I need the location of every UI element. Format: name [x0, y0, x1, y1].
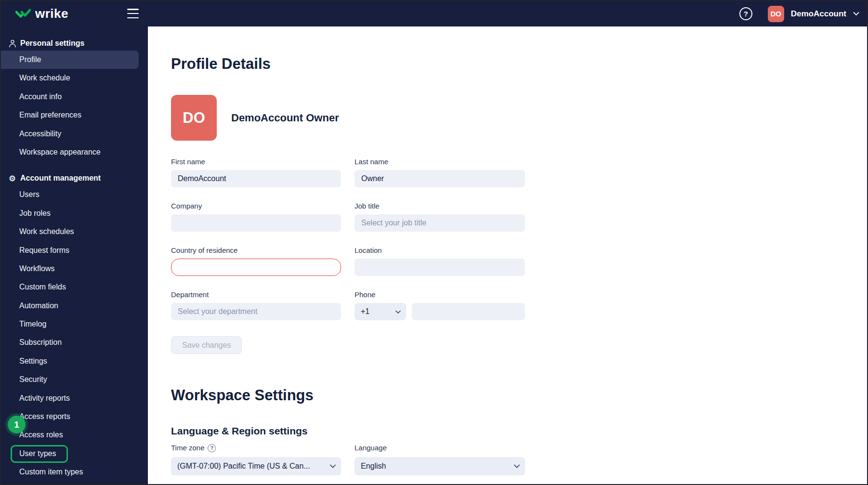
sidebar-item-automation[interactable]: Automation — [1, 297, 148, 315]
timezone-select[interactable]: (GMT-07:00) Pacific Time (US & Can... — [171, 457, 341, 475]
last-name-label: Last name — [355, 157, 525, 166]
company-field[interactable] — [171, 214, 341, 232]
sidebar-item-settings[interactable]: Settings — [1, 352, 148, 370]
section-title: Account management — [20, 174, 101, 183]
settings-sidebar: Personal settings Profile Work schedule … — [1, 26, 148, 484]
timezone-value: (GMT-07:00) Pacific Time (US & Can... — [177, 462, 310, 471]
timezone-help-icon[interactable]: ? — [208, 444, 216, 452]
sidebar-item-users[interactable]: Users — [1, 185, 148, 204]
sidebar-item-timelog[interactable]: Timelog — [1, 315, 148, 333]
language-region-form: Time zone ? (GMT-07:00) Pacific Time (US… — [171, 444, 848, 475]
sidebar-item-workflows[interactable]: Workflows — [1, 260, 148, 278]
topbar: wrike ? DO DemoAccount — [1, 1, 867, 26]
sidebar-item-work-schedule[interactable]: Work schedule — [1, 69, 148, 87]
profile-header: DO DemoAccount Owner — [171, 95, 848, 141]
sidebar-item-work-schedules[interactable]: Work schedules — [1, 223, 148, 241]
language-label: Language — [355, 444, 387, 452]
company-label: Company — [171, 202, 341, 210]
save-changes-button[interactable]: Save changes — [171, 336, 242, 354]
chevron-down-icon — [330, 464, 336, 468]
account-name[interactable]: DemoAccount — [791, 9, 846, 19]
chevron-down-icon[interactable] — [853, 12, 859, 16]
job-title-group: Job title — [355, 202, 525, 232]
annotation-step-badge: 1 — [8, 416, 26, 433]
country-label: Country of residence — [171, 246, 341, 255]
hamburger-menu-icon[interactable] — [127, 9, 140, 18]
company-group: Company — [171, 202, 341, 232]
sidebar-item-accessibility[interactable]: Accessibility — [1, 125, 148, 143]
sidebar-item-custom-item-types[interactable]: Custom item types — [1, 463, 148, 481]
phone-label: Phone — [355, 290, 525, 299]
sidebar-item-profile[interactable]: Profile — [1, 51, 139, 69]
sidebar-item-subscription[interactable]: Subscription — [1, 333, 148, 352]
app-window: wrike ? DO DemoAccount Personal settings… — [0, 0, 868, 485]
sidebar-item-job-roles[interactable]: Job roles — [1, 204, 148, 223]
phone-group: Phone +1 — [355, 290, 525, 320]
phone-code-value: +1 — [361, 307, 369, 316]
topbar-right: ? DO DemoAccount — [739, 1, 859, 26]
language-region-title: Language & Region settings — [171, 425, 848, 437]
first-name-group: First name — [171, 157, 341, 187]
profile-full-name: DemoAccount Owner — [231, 112, 339, 124]
wrike-logo-icon — [15, 8, 31, 20]
job-title-label: Job title — [355, 202, 525, 210]
wrike-logo-text: wrike — [35, 6, 68, 21]
workspace-settings-title: Workspace Settings — [171, 387, 848, 404]
timezone-group: Time zone ? (GMT-07:00) Pacific Time (US… — [171, 444, 341, 475]
country-field[interactable] — [171, 259, 341, 276]
language-select[interactable]: English — [355, 457, 525, 475]
location-label: Location — [355, 246, 525, 255]
help-icon[interactable]: ? — [739, 7, 752, 20]
sidebar-item-user-types[interactable]: User types — [1, 445, 148, 463]
profile-avatar[interactable]: DO — [171, 95, 217, 141]
department-field[interactable] — [171, 303, 341, 320]
profile-form: First name Last name Company Job title C… — [171, 157, 848, 320]
main-content: Profile Details DO DemoAccount Owner Fir… — [148, 26, 867, 484]
language-group: Language English — [355, 444, 525, 475]
person-icon — [8, 39, 17, 48]
chevron-down-icon — [395, 310, 401, 314]
section-title: Personal settings — [20, 39, 84, 48]
last-name-field[interactable] — [355, 170, 525, 187]
sidebar-item-request-forms[interactable]: Request forms — [1, 241, 148, 260]
location-field[interactable] — [355, 259, 525, 276]
wrike-logo[interactable]: wrike — [15, 6, 68, 21]
gear-icon: ⚙ — [8, 174, 17, 183]
sidebar-item-security[interactable]: Security — [1, 370, 148, 389]
last-name-group: Last name — [355, 157, 525, 187]
phone-country-code-select[interactable]: +1 — [355, 303, 406, 320]
language-value: English — [361, 462, 386, 471]
sidebar-item-custom-fields[interactable]: Custom fields — [1, 278, 148, 296]
sidebar-item-account-info[interactable]: Account info — [1, 88, 148, 106]
section-account-management: ⚙ Account management — [1, 171, 148, 185]
department-label: Department — [171, 290, 341, 299]
sidebar-item-email-preferences[interactable]: Email preferences — [1, 106, 148, 124]
page-title: Profile Details — [171, 55, 848, 73]
timezone-label: Time zone — [171, 444, 204, 452]
annotation-highlight-box: User types — [11, 445, 68, 463]
first-name-label: First name — [171, 157, 341, 166]
chevron-down-icon — [514, 464, 520, 468]
sidebar-item-workspace-appearance[interactable]: Workspace appearance — [1, 143, 148, 161]
department-group: Department — [171, 290, 341, 320]
location-group: Location — [355, 246, 525, 276]
first-name-field[interactable] — [171, 170, 341, 187]
user-avatar[interactable]: DO — [768, 6, 784, 22]
sidebar-item-activity-reports[interactable]: Activity reports — [1, 389, 148, 407]
section-personal-settings: Personal settings — [1, 36, 148, 51]
job-title-field[interactable] — [355, 214, 525, 232]
country-group: Country of residence — [171, 246, 341, 276]
phone-number-field[interactable] — [412, 303, 525, 320]
